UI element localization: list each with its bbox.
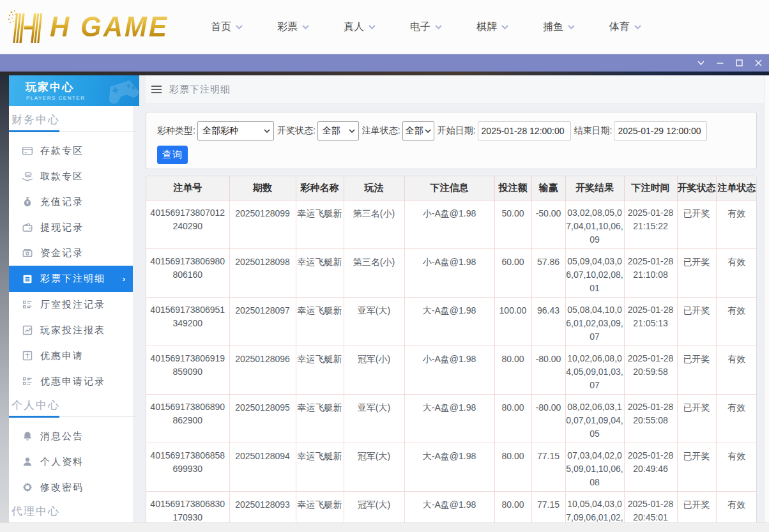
table-cell: 幸运飞艇新 — [296, 394, 344, 443]
sidebar-item-充值记录[interactable]: 充值记录 — [9, 189, 133, 215]
nav-item-4[interactable]: 电子 — [410, 20, 442, 34]
nav-item-label: 彩票 — [277, 20, 298, 34]
sidebar-item-资金记录[interactable]: 资金记录 — [9, 240, 133, 266]
table-cell: 57.86 — [531, 248, 565, 297]
document-icon — [22, 273, 33, 285]
menu-toggle-icon[interactable] — [151, 86, 162, 93]
sidebar-header: 玩家中心 PLAYERS CENTER — [9, 75, 139, 106]
sidebar-item-label: 个人资料 — [40, 456, 84, 468]
table-cell: 幸运飞艇新 — [296, 200, 344, 248]
top-header: H GAME 首页彩票真人电子棋牌捕鱼体育 — [0, 0, 769, 54]
table-cell: 77.15 — [531, 443, 565, 491]
nav-item-7[interactable]: 体育 — [609, 20, 641, 34]
lottery-type-select[interactable]: 全部彩种 — [197, 121, 274, 141]
bell-icon — [22, 430, 33, 442]
table-cell: 有效 — [716, 443, 757, 491]
sidebar-item-label: 玩家投注报表 — [40, 324, 105, 337]
nav-item-5[interactable]: 棋牌 — [476, 20, 508, 34]
table-cell: 冠军(大) — [344, 443, 404, 491]
table-row: 40156917380695134920020250128097幸运飞艇新亚军(… — [146, 297, 757, 346]
start-date-input[interactable]: 2025-01-28 12:00:00 — [478, 121, 571, 141]
table-cell: 03,02,08,05,07,04,01,10,06,09 — [565, 200, 624, 248]
table-cell: 20250128096 — [229, 346, 296, 394]
table-cell: 80.00 — [494, 491, 531, 522]
table-cell: 已开奖 — [677, 297, 716, 346]
table-cell: 20250128097 — [229, 297, 296, 346]
table-cell: 2025-01-28 20:49:46 — [624, 443, 677, 491]
horizontal-scrollbar[interactable] — [0, 522, 769, 532]
column-header: 开奖状态 — [677, 176, 716, 200]
column-header: 期数 — [229, 176, 296, 200]
section-title: 财务中心 — [11, 114, 133, 126]
table-cell: -50.00 — [531, 200, 565, 248]
sidebar-item-厅室投注记录[interactable]: 厅室投注记录 — [9, 292, 133, 317]
select-chevron-icon — [425, 129, 431, 133]
search-button[interactable]: 查询 — [157, 146, 188, 164]
table-cell: 77.15 — [531, 491, 565, 522]
column-header: 注单号 — [146, 176, 229, 200]
sidebar-item-label: 充值记录 — [40, 196, 84, 208]
wallet-icon — [22, 222, 33, 233]
sidebar-item-label: 优惠申请记录 — [40, 376, 105, 388]
sidebar-item-修改密码[interactable]: 修改密码 — [9, 475, 133, 500]
sidebar-item-label: 存款专区 — [40, 145, 84, 157]
sidebar: 玩家中心 PLAYERS CENTER 财务中心存款专区取款专区充值记录提现记录… — [9, 75, 139, 522]
table-cell: 有效 — [716, 394, 757, 443]
sidebar-item-优惠申请记录[interactable]: 优惠申请记录 — [9, 369, 133, 394]
sidebar-item-彩票下注明细[interactable]: 彩票下注明细› — [9, 266, 133, 292]
banknote-icon — [22, 247, 33, 259]
table-cell: 小-A盘@1.98 — [404, 248, 494, 297]
window-minimize-icon[interactable] — [715, 58, 725, 68]
order-status-select[interactable]: 全部 — [402, 121, 434, 141]
sidebar-item-label: 取款专区 — [40, 171, 84, 183]
table-cell: 冠军(小) — [344, 346, 404, 394]
window-collapse-icon[interactable] — [696, 58, 706, 68]
left-edge-decoration — [0, 75, 9, 522]
column-header: 输赢 — [531, 176, 565, 200]
sidebar-item-消息公告[interactable]: 消息公告 — [9, 423, 133, 449]
chevron-down-icon — [369, 25, 376, 29]
table-cell: 10,05,04,03,07,09,06,01,02,08 — [565, 491, 624, 522]
table-cell: 2025-01-28 21:05:13 — [624, 297, 677, 346]
table-cell: 亚军(大) — [344, 297, 404, 346]
moneybag-icon — [22, 196, 33, 208]
order-status-label: 注单状态: — [362, 125, 400, 137]
hand-icon — [22, 171, 33, 182]
nav-item-2[interactable]: 彩票 — [277, 20, 309, 34]
draw-status-select[interactable]: 全部 — [317, 121, 359, 141]
nav-item-label: 棋牌 — [476, 20, 497, 34]
nav-item-label: 捕鱼 — [543, 20, 563, 34]
workspace: 玩家中心 PLAYERS CENTER 财务中心存款专区取款专区充值记录提现记录… — [0, 75, 769, 522]
vertical-scrollbar[interactable] — [764, 75, 769, 522]
sidebar-item-提现记录[interactable]: 提现记录 — [9, 215, 133, 240]
table-cell: 有效 — [716, 248, 757, 297]
table-cell: 第三名(小) — [344, 248, 404, 297]
window-close-icon[interactable] — [754, 58, 763, 68]
nav-item-6[interactable]: 捕鱼 — [543, 20, 575, 34]
sidebar-item-个人资料[interactable]: 个人资料 — [9, 449, 133, 475]
filter-panel: 彩种类型: 全部彩种 开奖状态: 全部 注单 — [146, 112, 757, 169]
chevron-down-icon — [568, 25, 575, 29]
nav-item-label: 体育 — [609, 20, 630, 34]
end-date-input[interactable]: 2025-01-29 12:00:00 — [614, 121, 707, 141]
column-header: 下注时间 — [624, 176, 677, 200]
sidebar-item-玩家投注报表[interactable]: 玩家投注报表 — [9, 317, 133, 343]
nav-item-3[interactable]: 真人 — [344, 20, 376, 34]
sidebar-item-存款专区[interactable]: 存款专区 — [9, 138, 133, 163]
table-row: 40156917380683017093020250128093幸运飞艇新冠军(… — [146, 491, 757, 522]
window-maximize-icon[interactable] — [735, 58, 744, 68]
sidebar-item-优惠申请[interactable]: 优惠申请 — [9, 343, 133, 369]
table-cell: 幸运飞艇新 — [296, 443, 344, 491]
table-cell: 2025-01-28 20:45:01 — [624, 491, 677, 522]
table-cell: -80.00 — [531, 346, 565, 394]
column-header: 开奖结果 — [565, 176, 624, 200]
section-divider — [9, 130, 133, 132]
lottery-type-label: 彩种类型: — [157, 125, 195, 137]
app-window: H GAME 首页彩票真人电子棋牌捕鱼体育 — [0, 0, 769, 532]
table-cell: 幸运飞艇新 — [296, 297, 344, 346]
gamepad-icon — [102, 78, 139, 106]
sidebar-item-取款专区[interactable]: 取款专区 — [9, 163, 133, 189]
nav-item-1[interactable]: 首页 — [211, 20, 243, 34]
table-cell: 幸运飞艇新 — [296, 346, 344, 394]
start-date-label: 开始日期: — [438, 125, 476, 137]
